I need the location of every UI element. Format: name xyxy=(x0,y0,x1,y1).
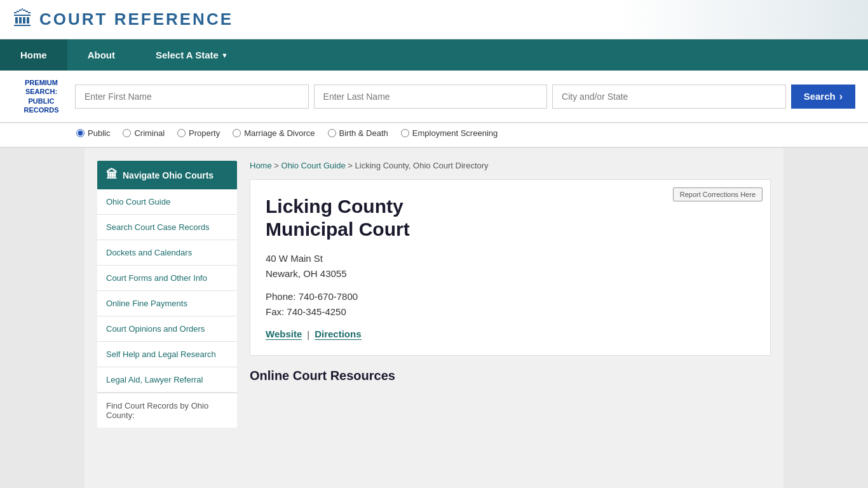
radio-marriage-divorce[interactable]: Marriage & Divorce xyxy=(233,128,315,138)
court-address: 40 W Main St Newark, OH 43055 xyxy=(266,251,755,281)
sidebar-courts-icon: 🏛 xyxy=(106,168,118,182)
breadcrumb: Home > Ohio Court Guide > Licking County… xyxy=(250,161,771,170)
breadcrumb-home[interactable]: Home xyxy=(250,161,272,170)
main-wrapper: 🏛 Navigate Ohio Courts Ohio Court Guide … xyxy=(85,148,783,488)
radio-bar: Public Criminal Property Marriage & Divo… xyxy=(0,123,868,148)
nav-about[interactable]: About xyxy=(67,39,135,71)
sidebar-footer: Find Court Records by Ohio County: xyxy=(97,393,237,428)
court-links: Website | Directions xyxy=(266,329,755,340)
sidebar-header-label: Navigate Ohio Courts xyxy=(123,170,214,180)
radio-employment-screening[interactable]: Employment Screening xyxy=(401,128,498,138)
nav-home[interactable]: Home xyxy=(0,39,67,71)
radio-public[interactable]: Public xyxy=(76,128,110,138)
sidebar-item-court-forms[interactable]: Court Forms and Other Info xyxy=(97,266,237,291)
last-name-input[interactable] xyxy=(314,85,548,109)
court-title: Licking County Municipal Court xyxy=(266,195,755,241)
content-area: 🏛 Navigate Ohio Courts Ohio Court Guide … xyxy=(85,148,783,440)
city-state-input[interactable] xyxy=(552,85,786,109)
sidebar-header: 🏛 Navigate Ohio Courts xyxy=(97,161,237,189)
breadcrumb-current: Licking County, Ohio Court Directory xyxy=(355,161,489,170)
first-name-input[interactable] xyxy=(75,85,309,109)
breadcrumb-ohio-guide[interactable]: Ohio Court Guide xyxy=(281,161,346,170)
sidebar-item-court-opinions[interactable]: Court Opinions and Orders xyxy=(97,316,237,342)
radio-property[interactable]: Property xyxy=(177,128,220,138)
search-button[interactable]: Search › xyxy=(791,85,855,109)
radio-birth-death[interactable]: Birth & Death xyxy=(328,128,388,138)
court-directions-link[interactable]: Directions xyxy=(315,329,361,340)
header-background xyxy=(614,0,868,39)
sidebar: 🏛 Navigate Ohio Courts Ohio Court Guide … xyxy=(97,161,237,428)
sidebar-item-self-help[interactable]: Self Help and Legal Research xyxy=(97,342,237,367)
main-content: Home > Ohio Court Guide > Licking County… xyxy=(250,161,771,428)
logo[interactable]: 🏛 COURT REFERENCE xyxy=(13,8,233,31)
logo-icon: 🏛 xyxy=(13,8,33,31)
radio-criminal[interactable]: Criminal xyxy=(123,128,165,138)
links-separator: | xyxy=(307,329,309,340)
search-arrow-icon: › xyxy=(839,91,843,102)
dropdown-arrow-icon: ▼ xyxy=(221,51,228,59)
sidebar-item-ohio-court-guide[interactable]: Ohio Court Guide xyxy=(97,189,237,215)
search-bar: PREMIUM SEARCH: PUBLIC RECORDS Search › xyxy=(0,71,868,123)
sidebar-item-dockets-calendars[interactable]: Dockets and Calendars xyxy=(97,240,237,266)
premium-label: PREMIUM SEARCH: PUBLIC RECORDS xyxy=(13,78,70,114)
online-resources-title: Online Court Resources xyxy=(250,369,771,383)
site-header: 🏛 COURT REFERENCE xyxy=(0,0,868,39)
court-website-link[interactable]: Website xyxy=(266,329,302,340)
nav-select-state[interactable]: Select A State ▼ xyxy=(135,39,248,71)
court-phone: Phone: 740-670-7800 Fax: 740-345-4250 xyxy=(266,289,755,320)
report-corrections-button[interactable]: Report Corrections Here xyxy=(673,187,763,201)
sidebar-item-legal-aid[interactable]: Legal Aid, Lawyer Referral xyxy=(97,367,237,393)
sidebar-item-online-fine-payments[interactable]: Online Fine Payments xyxy=(97,291,237,316)
main-nav: Home About Select A State ▼ xyxy=(0,39,868,71)
sidebar-item-search-court-case-records[interactable]: Search Court Case Records xyxy=(97,215,237,240)
logo-text: COURT REFERENCE xyxy=(39,10,233,29)
court-card: Report Corrections Here Licking County M… xyxy=(250,179,771,356)
